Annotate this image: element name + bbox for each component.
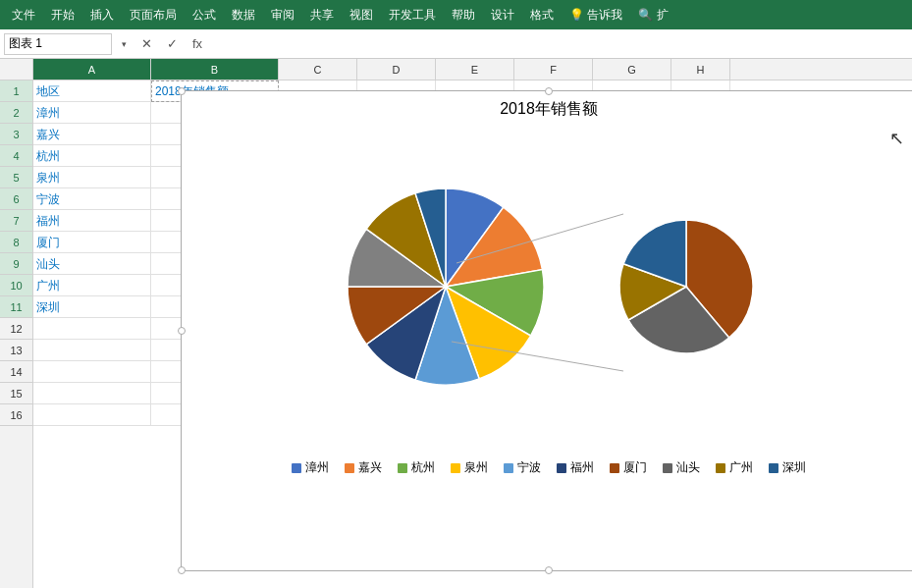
formula-input[interactable] xyxy=(212,33,908,55)
row-header-1[interactable]: 1 xyxy=(0,80,32,102)
legend-color-swatch xyxy=(504,463,513,473)
row-header-3[interactable]: 3 xyxy=(0,124,32,145)
legend-color-swatch xyxy=(663,463,672,473)
grid-cell[interactable]: 漳州 xyxy=(33,102,151,124)
grid-cell[interactable]: 广州 xyxy=(33,275,151,296)
legend-color-swatch xyxy=(398,463,407,473)
menu-review[interactable]: 审阅 xyxy=(263,0,302,29)
row-header-13[interactable]: 13 xyxy=(0,340,32,361)
grid-cell[interactable]: 福州 xyxy=(33,210,151,232)
menu-help[interactable]: 帮助 xyxy=(444,0,483,29)
row-headers: 12345678910111213141516 xyxy=(0,80,33,588)
grid-cell[interactable]: 杭州 xyxy=(33,145,151,167)
name-box-dropdown[interactable]: ▾ xyxy=(116,39,132,49)
menu-design[interactable]: 设计 xyxy=(483,0,522,29)
formula-bar: 图表 1 ▾ ✕ ✓ fx xyxy=(0,29,912,59)
row-header-9[interactable]: 9 xyxy=(0,253,32,275)
handle-bl[interactable] xyxy=(178,566,186,574)
legend-color-swatch xyxy=(292,463,301,473)
legend-label: 杭州 xyxy=(411,459,435,476)
menu-dev-tools[interactable]: 开发工具 xyxy=(381,0,444,29)
legend-label: 厦门 xyxy=(623,459,647,476)
row-header-4[interactable]: 4 xyxy=(0,145,32,167)
menu-bar: 文件 开始 插入 页面布局 公式 数据 审阅 共享 视图 开发工具 帮助 设计 … xyxy=(0,0,912,29)
legend-item: 汕头 xyxy=(663,459,700,476)
row-header-5[interactable]: 5 xyxy=(0,167,32,188)
menu-view[interactable]: 视图 xyxy=(342,0,381,29)
col-header-a[interactable]: A xyxy=(33,59,151,80)
col-header-d[interactable]: D xyxy=(357,59,436,80)
row-header-8[interactable]: 8 xyxy=(0,232,32,253)
rows-container: 12345678910111213141516 地区2018年销售额漳州嘉兴杭州… xyxy=(0,80,912,588)
corner-spacer xyxy=(0,59,33,80)
legend-color-swatch xyxy=(769,463,778,473)
legend-label: 漳州 xyxy=(305,459,329,476)
menu-insert[interactable]: 插入 xyxy=(82,0,122,29)
cancel-button[interactable]: ✕ xyxy=(135,33,157,55)
chart-body xyxy=(189,130,908,444)
legend-label: 宁波 xyxy=(517,459,541,476)
sheet-area: A B C D E F G H 12345678910111213141516 … xyxy=(0,59,912,588)
fx-button[interactable]: fx xyxy=(187,33,208,55)
row-header-7[interactable]: 7 xyxy=(0,210,32,232)
grid-cell[interactable] xyxy=(33,318,151,340)
menu-format[interactable]: 格式 xyxy=(522,0,562,29)
chart-title: 2018年销售额 xyxy=(189,99,908,120)
col-header-c[interactable]: C xyxy=(279,59,357,80)
sub-pie-chart xyxy=(613,213,760,360)
grid-cell[interactable] xyxy=(33,404,151,426)
grid-cell[interactable] xyxy=(33,340,151,361)
chart-container[interactable]: 2018年销售额 漳州嘉兴杭州泉州宁波福州厦门汕头广州深圳 xyxy=(181,90,912,571)
legend-item: 深圳 xyxy=(769,459,806,476)
legend-label: 嘉兴 xyxy=(358,459,382,476)
menu-search[interactable]: 🔍 扩 xyxy=(630,0,675,29)
grid-cell[interactable] xyxy=(33,361,151,383)
grid-cell[interactable]: 深圳 xyxy=(33,296,151,318)
menu-file[interactable]: 文件 xyxy=(4,0,43,29)
name-box[interactable]: 图表 1 xyxy=(4,33,112,55)
main-pie-chart xyxy=(338,179,554,395)
legend-color-swatch xyxy=(451,463,460,473)
legend-item: 泉州 xyxy=(451,459,488,476)
menu-tell-me[interactable]: 💡 告诉我 xyxy=(562,0,630,29)
grid-cell[interactable]: 泉州 xyxy=(33,167,151,188)
row-header-12[interactable]: 12 xyxy=(0,318,32,340)
legend-item: 漳州 xyxy=(292,459,329,476)
grid-cell[interactable]: 汕头 xyxy=(33,253,151,275)
legend-label: 泉州 xyxy=(464,459,488,476)
col-header-f[interactable]: F xyxy=(514,59,593,80)
legend-item: 福州 xyxy=(557,459,594,476)
menu-page-layout[interactable]: 页面布局 xyxy=(122,0,185,29)
menu-start[interactable]: 开始 xyxy=(43,0,82,29)
grid-cell[interactable]: 宁波 xyxy=(33,188,151,210)
menu-share[interactable]: 共享 xyxy=(302,0,342,29)
legend-color-swatch xyxy=(610,463,619,473)
handle-tl[interactable] xyxy=(178,87,186,95)
row-header-16[interactable]: 16 xyxy=(0,404,32,426)
grid-cell[interactable]: 嘉兴 xyxy=(33,124,151,145)
grid-cell[interactable] xyxy=(33,383,151,404)
row-header-6[interactable]: 6 xyxy=(0,188,32,210)
legend-item: 嘉兴 xyxy=(345,459,382,476)
grid-cell[interactable]: 地区 xyxy=(33,80,151,102)
grid-cell[interactable]: 厦门 xyxy=(33,232,151,253)
menu-data[interactable]: 数据 xyxy=(224,0,263,29)
col-header-e[interactable]: E xyxy=(436,59,514,80)
row-header-10[interactable]: 10 xyxy=(0,275,32,296)
legend-label: 广州 xyxy=(729,459,753,476)
row-header-2[interactable]: 2 xyxy=(0,102,32,124)
col-header-b[interactable]: B xyxy=(151,59,279,80)
row-header-11[interactable]: 11 xyxy=(0,296,32,318)
row-header-14[interactable]: 14 xyxy=(0,361,32,383)
handle-tc[interactable] xyxy=(545,87,553,95)
legend-item: 宁波 xyxy=(504,459,541,476)
legend-label: 汕头 xyxy=(676,459,700,476)
col-header-g[interactable]: G xyxy=(593,59,671,80)
handle-ml[interactable] xyxy=(178,327,186,335)
col-header-h[interactable]: H xyxy=(671,59,730,80)
row-header-15[interactable]: 15 xyxy=(0,383,32,404)
menu-formula[interactable]: 公式 xyxy=(185,0,224,29)
legend-item: 杭州 xyxy=(398,459,435,476)
confirm-button[interactable]: ✓ xyxy=(161,33,183,55)
handle-bc[interactable] xyxy=(545,566,553,574)
